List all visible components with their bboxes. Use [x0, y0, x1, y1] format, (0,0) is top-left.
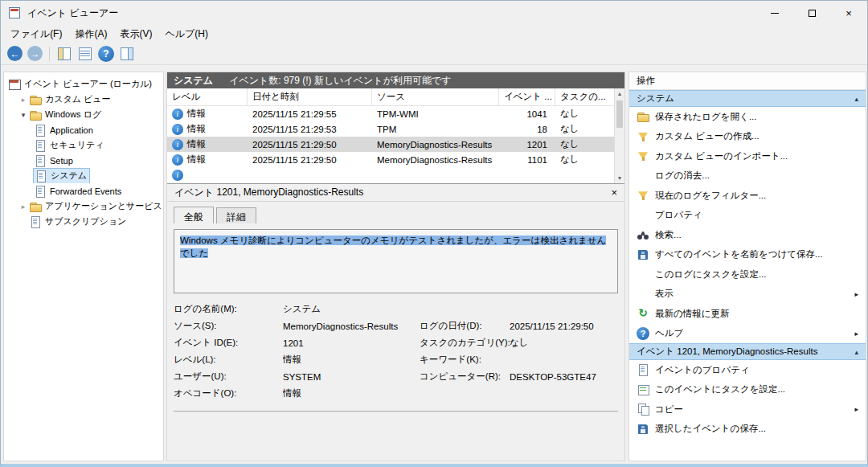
field-label: ソース(S): — [174, 320, 283, 332]
tree-item-setup[interactable]: Setup — [4, 153, 163, 168]
scrollbar-thumb[interactable] — [616, 100, 623, 128]
col-level[interactable]: レベル — [167, 88, 248, 105]
scroll-down-icon[interactable] — [615, 173, 624, 183]
fields-separator — [174, 411, 618, 412]
tree-label: カスタム ビュー — [45, 93, 111, 105]
show-console-tree-button[interactable] — [56, 46, 72, 62]
minimize-button[interactable] — [756, 1, 793, 25]
field-value: MemoryDiagnostics-Results — [283, 322, 420, 331]
cell-datetime: 2025/11/15 21:29:50 — [248, 155, 372, 165]
content-area: イベント ビューアー (ローカル) カスタム ビュー Windows ログ Ap… — [1, 66, 867, 464]
action-clear-log[interactable]: ログの消去... — [629, 166, 866, 186]
action-label: 検索... — [655, 229, 682, 241]
menu-help[interactable]: ヘルプ(H) — [158, 26, 215, 43]
filter-icon — [637, 150, 649, 162]
action-help[interactable]: ヘルプ — [629, 324, 866, 344]
maximize-icon — [809, 10, 816, 17]
action-attach-task-to-event[interactable]: このイベントにタスクを設定... — [629, 380, 866, 400]
action-filter-current-log[interactable]: 現在のログをフィルター... — [629, 186, 866, 206]
event-list-scrollbar[interactable] — [614, 88, 624, 183]
action-open-saved-log[interactable]: 保存されたログを開く... — [629, 107, 866, 127]
window-title: イベント ビューアー — [27, 6, 118, 20]
section-header-label: システム — [637, 92, 674, 104]
forward-button[interactable] — [27, 46, 43, 61]
tree-item-apps-services-logs[interactable]: アプリケーションとサービス ログ — [4, 199, 163, 214]
action-refresh[interactable]: 最新の情報に更新 — [629, 304, 866, 324]
action-attach-task-to-log[interactable]: このログにタスクを設定... — [629, 264, 866, 285]
cell-source: TPM-WMI — [372, 109, 499, 119]
event-detail-pane: イベント 1201, MemoryDiagnostics-Results 全般 … — [167, 183, 624, 461]
scroll-up-icon[interactable] — [615, 88, 624, 99]
help-button[interactable] — [98, 46, 114, 62]
tree-item-security[interactable]: セキュリティ — [4, 137, 163, 153]
tree-item-application[interactable]: Application — [4, 122, 163, 137]
menu-action[interactable]: 操作(A) — [68, 26, 113, 43]
event-row[interactable]: 情報 2025/11/15 21:29:55 TPM-WMI 1041 なし — [167, 106, 624, 121]
field-label: イベント ID(E): — [174, 337, 283, 349]
window-controls: × — [756, 1, 867, 25]
col-event-id[interactable]: イベント ... — [499, 88, 555, 105]
tree-item-event-viewer-root[interactable]: イベント ビューアー (ローカル) — [4, 76, 163, 92]
tree-item-forwarded-events[interactable]: Forwarded Events — [4, 183, 163, 199]
tab-general[interactable]: 全般 — [174, 207, 214, 223]
event-row[interactable]: 情報 2025/11/15 21:29:50 MemoryDiagnostics… — [167, 152, 624, 167]
menu-view[interactable]: 表示(V) — [113, 26, 158, 43]
field-label: オペコード(O): — [174, 387, 283, 399]
console-tree-icon — [58, 47, 71, 60]
blank-icon — [637, 268, 649, 281]
tree-item-windows-logs[interactable]: Windows ログ — [4, 107, 163, 122]
field-value: DESKTOP-53GTE47 — [510, 372, 618, 382]
submenu-arrow-icon — [854, 330, 858, 338]
action-save-all-events-as[interactable]: すべてのイベントを名前をつけて保存... — [629, 245, 866, 265]
cell-event-id: 1201 — [499, 140, 555, 150]
col-datetime[interactable]: 日付と時刻 — [248, 88, 372, 105]
tree-label: Setup — [50, 156, 73, 166]
action-import-custom-view[interactable]: カスタム ビューのインポート... — [629, 146, 866, 166]
info-icon — [172, 154, 183, 166]
event-row-selected[interactable]: 情報 2025/11/15 21:29:50 MemoryDiagnostics… — [167, 137, 624, 152]
tree-item-subscriptions[interactable]: サブスクリプション — [4, 214, 163, 229]
action-view[interactable]: 表示 — [629, 285, 866, 305]
menu-file[interactable]: ファイル(F) — [4, 26, 68, 43]
action-event-properties[interactable]: イベントのプロパティ — [629, 360, 866, 380]
actions-section-system[interactable]: システム — [629, 90, 866, 107]
actions-section-event[interactable]: イベント 1201, MemoryDiagnostics-Results — [629, 343, 866, 360]
show-action-pane-button[interactable] — [119, 46, 135, 62]
list-icon — [79, 47, 92, 60]
actions-pane-title: 操作 — [629, 72, 866, 90]
close-detail-icon[interactable] — [611, 187, 617, 198]
close-button[interactable]: × — [830, 1, 867, 25]
collapse-icon[interactable] — [854, 95, 858, 103]
field-value: 1201 — [283, 338, 420, 348]
action-properties[interactable]: プロパティ — [629, 206, 866, 226]
action-label: このログにタスクを設定... — [655, 268, 767, 281]
event-row-partial[interactable] — [167, 167, 624, 182]
event-description-box[interactable]: Windows メモリ診断によりコンピューターのメモリがテストされましたが、エラ… — [174, 229, 618, 293]
col-source[interactable]: ソース — [372, 88, 499, 105]
export-list-button[interactable] — [77, 46, 93, 62]
log-icon — [34, 124, 47, 137]
info-icon — [172, 109, 183, 120]
chevron-right-icon[interactable] — [18, 96, 28, 104]
info-icon — [172, 170, 183, 181]
tab-details[interactable]: 詳細 — [216, 207, 256, 223]
cell-level: 情報 — [187, 154, 206, 166]
maximize-button[interactable] — [793, 1, 830, 25]
field-label: コンピューター(R): — [420, 371, 510, 383]
cell-level: 情報 — [187, 138, 206, 150]
action-copy[interactable]: コピー — [629, 399, 866, 420]
chevron-down-icon[interactable] — [18, 111, 28, 119]
event-row[interactable]: 情報 2025/11/15 21:29:53 TPM 18 なし — [167, 121, 624, 137]
console-tree: イベント ビューアー (ローカル) カスタム ビュー Windows ログ Ap… — [3, 72, 164, 461]
tree-item-system[interactable]: システム — [4, 168, 163, 183]
log-icon — [35, 170, 47, 182]
back-button[interactable] — [7, 46, 23, 61]
action-find[interactable]: 検索... — [629, 225, 866, 245]
chevron-right-icon[interactable] — [18, 203, 28, 211]
cell-datetime: 2025/11/15 21:29:50 — [248, 140, 372, 150]
submenu-arrow-icon — [854, 405, 858, 413]
action-create-custom-view[interactable]: カスタム ビューの作成... — [629, 127, 866, 147]
tree-item-custom-views[interactable]: カスタム ビュー — [4, 92, 163, 107]
action-save-selected-events[interactable]: 選択したイベントの保存... — [629, 420, 866, 440]
collapse-icon[interactable] — [854, 348, 858, 356]
